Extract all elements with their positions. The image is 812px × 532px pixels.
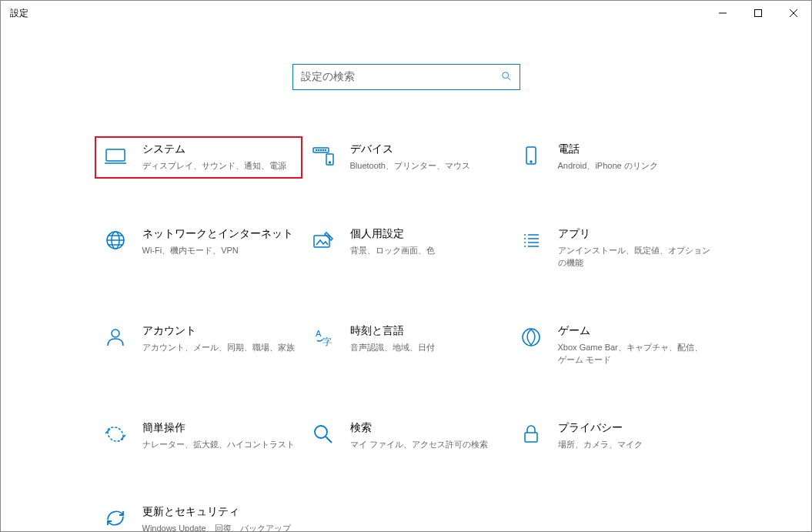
titlebar: 設定 [1,1,811,25]
search-placeholder: 設定の検索 [301,70,501,84]
svg-point-17 [530,161,532,162]
svg-point-9 [316,149,316,150]
phone-icon [518,142,544,169]
tile-desc: アカウント、メール、同期、職場、家族 [142,341,295,354]
svg-rect-6 [106,149,125,161]
network-icon [102,227,129,253]
tile-desc: Wi-Fi、機内モード、VPN [142,244,295,257]
window-title: 設定 [10,7,28,20]
svg-text:字: 字 [322,336,332,347]
svg-point-15 [329,162,330,163]
tile-desc: アンインストール、既定値、オプションの機能 [558,244,710,269]
svg-text:A: A [316,329,322,338]
tile-desc: マイ ファイル、アクセス許可の検索 [350,438,503,451]
tile-personalization[interactable]: 個人用設定 背景、ロック画面、色 [302,221,510,276]
tile-title: システム [142,142,295,156]
devices-icon [310,142,336,169]
tile-desc: Bluetooth、プリンター、マウス [350,159,503,172]
tile-privacy[interactable]: プライバシー 場所、カメラ、マイク [510,415,718,457]
tile-title: アカウント [142,324,295,338]
content: 設定の検索 システム ディスプレイ、サウンド、通知、電源 デバイス Blueto… [1,25,811,532]
system-icon [102,142,129,169]
svg-point-36 [315,426,327,438]
tile-title: プライバシー [558,421,710,435]
tile-desc: Windows Update、回復、バックアップ [142,522,295,532]
tile-update[interactable]: 更新とセキュリティ Windows Update、回復、バックアップ [95,499,302,532]
tile-ease[interactable]: 簡単操作 ナレーター、拡大鏡、ハイコントラスト [95,415,302,457]
update-icon [102,505,129,531]
tile-accounts[interactable]: アカウント アカウント、メール、同期、職場、家族 [95,318,302,373]
close-button[interactable] [776,1,811,25]
svg-point-32 [112,330,119,337]
svg-point-11 [320,149,321,150]
tile-title: 簡単操作 [142,421,295,435]
tile-phone[interactable]: 電話 Android、iPhone のリンク [510,136,718,179]
tile-search[interactable]: 検索 マイ ファイル、アクセス許可の検索 [302,415,510,457]
svg-rect-38 [525,433,537,442]
minimize-button[interactable] [705,1,740,25]
search-input[interactable]: 設定の検索 [292,64,520,90]
tile-time[interactable]: A字 時刻と言語 音声認識、地域、日付 [302,318,510,373]
time-icon: A字 [310,324,336,350]
tile-desc: Xbox Game Bar、キャプチャ、配信、ゲーム モード [558,341,710,366]
search-icon [501,71,512,84]
apps-icon [518,227,544,253]
tile-desc: Android、iPhone のリンク [558,159,710,172]
maximize-button[interactable] [740,1,776,25]
tile-gaming[interactable]: ゲーム Xbox Game Bar、キャプチャ、配信、ゲーム モード [510,318,718,373]
svg-point-35 [523,329,540,346]
tile-desc: ディスプレイ、サウンド、通知、電源 [142,159,295,172]
ease-icon [102,421,129,447]
tile-desc: 背景、ロック画面、色 [350,244,503,257]
personalization-icon [310,227,336,253]
gaming-icon [518,324,544,350]
svg-point-12 [322,149,323,150]
tile-title: 個人用設定 [350,227,503,241]
svg-rect-1 [755,10,762,17]
tile-title: 電話 [558,142,710,156]
tile-title: デバイス [350,142,503,156]
svg-line-37 [326,437,332,443]
tile-title: 時刻と言語 [350,324,503,338]
tile-devices[interactable]: デバイス Bluetooth、プリンター、マウス [302,136,510,179]
tile-network[interactable]: ネットワークとインターネット Wi-Fi、機内モード、VPN [95,221,302,276]
tile-title: アプリ [558,227,710,241]
settings-grid: システム ディスプレイ、サウンド、通知、電源 デバイス Bluetooth、プリ… [1,136,811,532]
tile-system[interactable]: システム ディスプレイ、サウンド、通知、電源 [95,136,302,179]
svg-line-5 [507,77,510,80]
tile-desc: 音声認識、地域、日付 [350,341,503,354]
tile-desc: 場所、カメラ、マイク [558,438,710,451]
tile-title: ゲーム [558,324,710,338]
search-tile-icon [310,421,336,447]
tile-title: 検索 [350,421,503,435]
privacy-icon [518,421,544,447]
accounts-icon [102,324,129,350]
svg-point-10 [318,149,319,150]
svg-point-4 [502,72,508,78]
tile-title: 更新とセキュリティ [142,505,295,519]
tile-title: ネットワークとインターネット [142,227,295,241]
tile-desc: ナレーター、拡大鏡、ハイコントラスト [142,438,295,451]
svg-point-13 [325,149,326,150]
tile-apps[interactable]: アプリ アンインストール、既定値、オプションの機能 [510,221,718,276]
